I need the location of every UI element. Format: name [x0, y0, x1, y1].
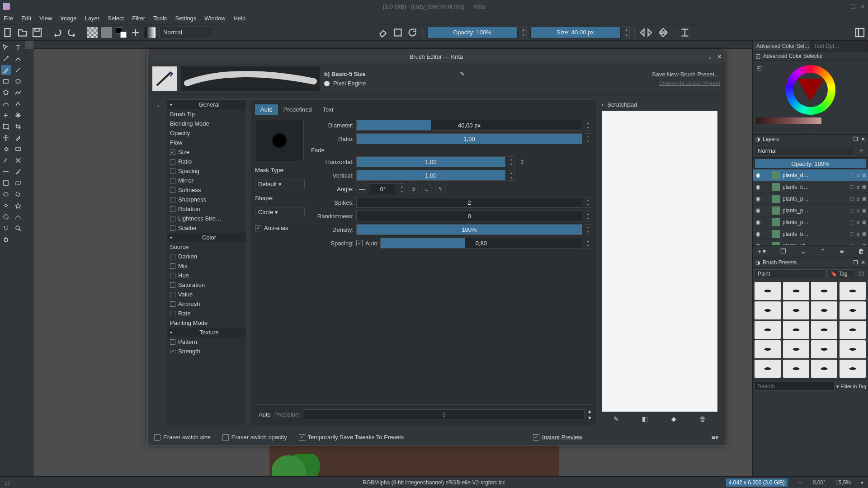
zoom-dropdown-icon[interactable]: ▾ — [861, 479, 863, 486]
setting-checkbox[interactable] — [170, 169, 175, 174]
color-swatch[interactable] — [101, 27, 112, 38]
brush-preset[interactable] — [755, 340, 781, 358]
ellipse-tool-icon[interactable] — [13, 76, 23, 86]
multibrush-icon[interactable] — [13, 110, 23, 120]
settings-item[interactable]: Sharpness — [167, 195, 246, 204]
brush-editor-menu-icon[interactable]: ≡▾ — [712, 434, 718, 441]
fill-icon[interactable] — [1, 144, 11, 154]
settings-list[interactable]: ▾GeneralBrush TipBlending ModeOpacityFlo… — [167, 99, 246, 426]
brush-preset[interactable] — [840, 301, 866, 319]
layer-row[interactable]: ◉plants_tr…⬚α▦ — [753, 181, 868, 193]
scratch-clear-icon[interactable]: 🗑 — [699, 415, 706, 422]
lock-icon[interactable]: ⬚ — [850, 208, 854, 213]
delete-layer-icon[interactable]: 🗑 — [858, 248, 864, 256]
pan-icon[interactable] — [1, 235, 11, 244]
scratch-fill-icon[interactable]: ◧ — [642, 415, 648, 422]
line-tool-icon[interactable] — [13, 65, 23, 75]
add-layer-icon[interactable]: ＋▾ — [756, 248, 766, 256]
settings-item[interactable]: Softness — [167, 185, 246, 195]
layer-row[interactable]: ◉plants_d…⬚α▦ — [753, 169, 868, 181]
settings-item[interactable]: Opacity — [167, 128, 246, 138]
brush-preset[interactable] — [783, 360, 809, 378]
settings-category[interactable]: ▾General — [167, 100, 246, 109]
layer-row[interactable]: ◉plants_p…⬚α▦ — [753, 205, 868, 216]
dock-toggle-icon[interactable]: ◑ — [755, 259, 760, 266]
select-magnetic-icon[interactable] — [1, 223, 11, 233]
visibility-icon[interactable]: ◉ — [755, 230, 761, 237]
antialias-checkbox[interactable] — [255, 225, 261, 231]
dynamic-brush-icon[interactable] — [1, 110, 11, 120]
setting-checkbox[interactable] — [170, 311, 175, 316]
gradient-icon[interactable] — [13, 144, 23, 154]
brush-preset[interactable] — [755, 282, 781, 300]
settings-item[interactable]: Value — [167, 290, 246, 299]
alpha-icon[interactable]: α — [857, 173, 859, 178]
size-spinner[interactable]: ▴▾ — [624, 27, 630, 38]
close-icon[interactable]: ✕ — [860, 3, 865, 10]
layer-properties-icon[interactable]: ≡ — [840, 248, 844, 256]
polygon-tool-icon[interactable] — [1, 88, 11, 98]
ratio-slider[interactable]: 1,00 — [356, 133, 582, 144]
menu-view[interactable]: View — [39, 15, 52, 22]
settings-item[interactable]: Size — [167, 147, 246, 157]
move-tool-icon[interactable] — [1, 42, 11, 52]
eraser-icon[interactable] — [378, 27, 389, 38]
settings-item[interactable]: Scatter — [167, 223, 246, 233]
preset-search-input[interactable] — [755, 382, 835, 391]
visibility-icon[interactable]: ◉ — [755, 242, 761, 245]
brush-preset[interactable] — [840, 282, 866, 300]
mask-type-select[interactable]: Default ▾ — [255, 179, 305, 189]
spacing-slider[interactable]: 0,80 — [380, 238, 582, 249]
selection-info-icon[interactable]: ◫ — [5, 479, 9, 486]
tab-color-selector[interactable]: Advanced Color Sel… — [753, 41, 811, 51]
setting-checkbox[interactable] — [170, 339, 175, 345]
dock-float-icon[interactable]: ❐ — [853, 259, 858, 266]
color-ring[interactable] — [786, 65, 835, 115]
settings-item[interactable]: Spacing — [167, 166, 246, 176]
tab-text[interactable]: Text — [317, 104, 339, 115]
pattern-swatch[interactable] — [87, 27, 98, 38]
visibility-icon[interactable]: ◉ — [755, 219, 761, 225]
menu-filter[interactable]: Filter — [132, 15, 145, 22]
dock-close-icon[interactable]: ✕ — [861, 259, 865, 266]
tab-auto[interactable]: Auto — [255, 104, 278, 115]
select-contig-icon[interactable] — [13, 201, 23, 211]
calligraphy-icon[interactable] — [13, 54, 23, 64]
alpha-lock-icon[interactable]: ▦ — [862, 184, 866, 189]
ratio-spinner[interactable]: ▴▾ — [585, 133, 591, 144]
brush-tool-icon[interactable] — [1, 65, 11, 75]
setting-checkbox[interactable] — [170, 197, 175, 202]
settings-item[interactable]: Blending Mode — [167, 119, 246, 128]
setting-checkbox[interactable] — [170, 206, 175, 212]
alpha-icon[interactable]: α — [857, 196, 859, 202]
setting-checkbox[interactable] — [170, 292, 175, 297]
menu-tools[interactable]: Tools — [153, 15, 167, 22]
menu-image[interactable]: Image — [60, 15, 76, 22]
select-ellipse-icon[interactable] — [1, 189, 11, 199]
alpha-lock-icon[interactable]: ▦ — [862, 220, 866, 225]
angle-90-icon[interactable]: ∟ — [421, 183, 432, 194]
lock-icon[interactable]: ⬚ — [850, 173, 854, 178]
shape-select[interactable]: Circle ▾ — [255, 207, 305, 217]
shape-edit-icon[interactable] — [1, 54, 11, 64]
layer-filter-icon[interactable]: ▿ — [856, 146, 866, 155]
fade-h-spinner[interactable]: ▴▾ — [508, 156, 514, 167]
randomness-spinner[interactable]: ▴▾ — [585, 211, 591, 221]
setting-checkbox[interactable] — [170, 216, 175, 221]
brush-preset[interactable] — [811, 282, 837, 300]
settings-category[interactable]: ▾Texture — [167, 328, 246, 337]
diameter-spinner[interactable]: ▴▾ — [585, 120, 591, 131]
eraser-opacity-checkbox[interactable] — [222, 434, 229, 441]
brush-preset[interactable] — [755, 301, 781, 319]
duplicate-layer-icon[interactable]: ❐ — [780, 248, 786, 256]
zoom-icon[interactable] — [13, 223, 23, 233]
undo-icon[interactable] — [52, 27, 63, 38]
workspace-icon[interactable] — [854, 27, 865, 38]
alpha-lock-icon[interactable]: ▦ — [862, 208, 866, 213]
setting-checkbox[interactable] — [170, 273, 175, 278]
select-color-icon[interactable] — [1, 212, 11, 222]
settings-item[interactable]: Rate — [167, 309, 246, 318]
scratch-gradient-icon[interactable]: ◆ — [671, 415, 676, 422]
setting-checkbox[interactable] — [170, 188, 175, 193]
menu-window[interactable]: Window — [204, 15, 225, 22]
